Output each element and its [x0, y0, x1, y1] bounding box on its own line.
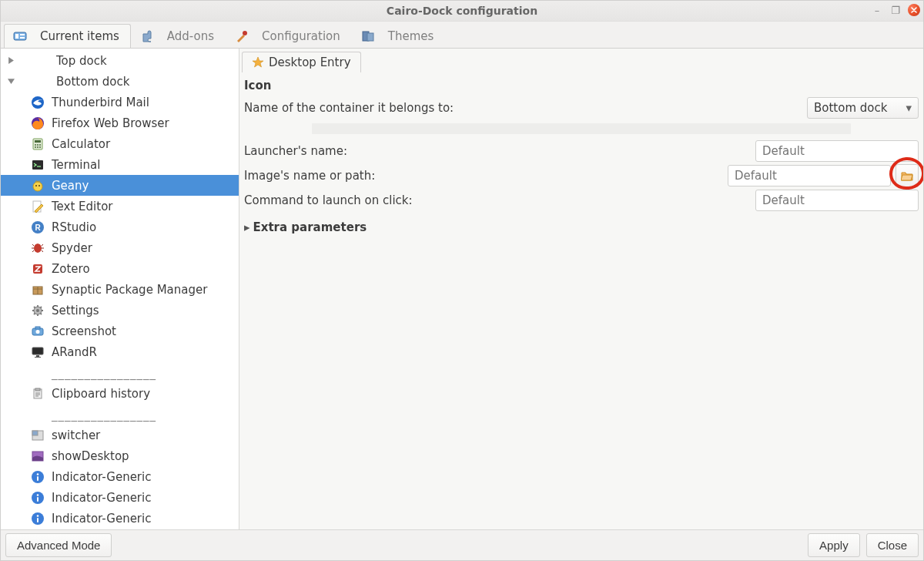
- tree-separator[interactable]: ________________: [1, 404, 239, 425]
- svg-rect-1: [15, 34, 18, 39]
- maximize-button[interactable]: ❐: [889, 4, 902, 16]
- info-icon: [30, 469, 45, 485]
- tree-item-settings[interactable]: Settings: [1, 300, 239, 321]
- tree-item-package[interactable]: Synaptic Package Manager: [1, 279, 239, 300]
- tree-top-dock[interactable]: Top dock: [1, 50, 239, 71]
- container-combo[interactable]: Bottom dock ▾: [807, 97, 919, 119]
- tree-item-label: Firefox Web Browser: [52, 116, 169, 130]
- tree-item-rstudio[interactable]: RRStudio: [1, 217, 239, 237]
- tab-themes[interactable]: Themes: [352, 24, 446, 48]
- plugin-icon: [139, 29, 155, 44]
- tree-item-showdesktop[interactable]: showDesktop: [1, 445, 239, 466]
- tree-item-zotero[interactable]: Zotero: [1, 258, 239, 279]
- tab-configuration[interactable]: Configuration: [226, 24, 352, 48]
- tree-item-label: Geany: [52, 179, 89, 193]
- svg-point-19: [35, 185, 37, 186]
- folder-open-icon: [901, 170, 913, 181]
- settings-icon: [30, 303, 45, 318]
- tree-item-clipboard[interactable]: Clipboard history: [1, 383, 239, 404]
- apply-button[interactable]: Apply: [808, 533, 860, 557]
- zotero-icon: [30, 261, 45, 277]
- svg-point-18: [33, 182, 42, 191]
- svg-rect-35: [35, 388, 40, 391]
- advanced-mode-button[interactable]: Advanced Mode: [5, 533, 112, 557]
- tree-item-label: Text Editor: [52, 200, 113, 213]
- switcher-icon: [30, 428, 45, 443]
- clipboard-icon: [30, 386, 45, 401]
- close-button[interactable]: Close: [866, 533, 919, 557]
- screenshot-icon: [30, 324, 45, 339]
- titlebar: Cairo-Dock configuration – ❐: [1, 1, 923, 22]
- tab-addons[interactable]: Add-ons: [131, 24, 226, 48]
- star-icon: [252, 56, 264, 69]
- svg-rect-47: [37, 518, 38, 522]
- tree-item-thunderbird[interactable]: Thunderbird Mail: [1, 92, 239, 113]
- window-title: Cairo-Dock configuration: [387, 5, 537, 17]
- sidebar-tree[interactable]: Top dock Bottom dock Thunderbird MailFir…: [1, 49, 239, 529]
- tab-current-items[interactable]: Current items: [4, 24, 131, 48]
- tree-item-label: Synaptic Package Manager: [52, 283, 207, 297]
- tree-item-editor[interactable]: Text Editor: [1, 196, 239, 217]
- svg-point-43: [37, 494, 39, 496]
- section-icon-label: Icon: [244, 79, 919, 92]
- command-input[interactable]: [755, 190, 919, 211]
- terminal-icon: [30, 157, 45, 173]
- browse-image-button[interactable]: [896, 164, 919, 187]
- tree-bottom-dock[interactable]: Bottom dock: [1, 71, 239, 92]
- tree-item-label: Indicator-Generic: [52, 470, 151, 484]
- svg-point-20: [38, 185, 40, 186]
- tree-item-monitor[interactable]: ARandR: [1, 341, 239, 362]
- showdesktop-icon: [30, 448, 45, 464]
- svg-rect-2: [20, 34, 25, 35]
- tree-item-switcher[interactable]: switcher: [1, 425, 239, 445]
- svg-point-13: [39, 144, 41, 146]
- tree-item-spyder[interactable]: Spyder: [1, 237, 239, 258]
- tree-item-label: switcher: [52, 428, 100, 442]
- svg-rect-17: [32, 160, 43, 170]
- tree-item-label: Terminal: [52, 158, 100, 172]
- minimize-button[interactable]: –: [871, 4, 883, 16]
- tab-label: Configuration: [262, 29, 340, 43]
- svg-point-11: [35, 144, 36, 146]
- tree-item-label: Clipboard history: [52, 387, 150, 401]
- tree-item-label: RStudio: [52, 220, 96, 234]
- tree-item-info[interactable]: Indicator-Generic: [1, 508, 239, 529]
- tree-item-calculator[interactable]: Calculator: [1, 133, 239, 154]
- tree-item-firefox[interactable]: Firefox Web Browser: [1, 113, 239, 133]
- tree-item-label: showDesktop: [52, 449, 129, 463]
- tree-item-info[interactable]: Indicator-Generic: [1, 487, 239, 508]
- tab-label: Add-ons: [167, 29, 214, 43]
- tree-item-label: Screenshot: [52, 324, 116, 338]
- svg-text:R: R: [35, 223, 41, 232]
- tree-item-screenshot[interactable]: Screenshot: [1, 321, 239, 341]
- svg-point-14: [35, 146, 36, 148]
- extra-parameters-label: Extra parameters: [253, 220, 367, 234]
- tree-item-geany[interactable]: Geany: [1, 175, 239, 196]
- close-window-button[interactable]: [908, 4, 920, 16]
- tree-label: Top dock: [56, 54, 107, 68]
- image-path-input[interactable]: [728, 165, 891, 186]
- extra-parameters-toggle[interactable]: ▸ Extra parameters: [244, 220, 919, 234]
- info-icon: [30, 511, 45, 526]
- svg-point-4: [243, 31, 247, 35]
- tree-item-terminal[interactable]: Terminal: [1, 154, 239, 175]
- svg-rect-6: [367, 33, 373, 41]
- tree-label: Bottom dock: [56, 75, 129, 89]
- svg-rect-10: [35, 140, 41, 143]
- tree-item-label: Indicator-Generic: [52, 491, 151, 505]
- subtab-desktop-entry[interactable]: Desktop Entry: [242, 52, 361, 72]
- svg-rect-30: [35, 327, 40, 329]
- svg-point-29: [36, 330, 40, 334]
- editor-icon: [30, 199, 45, 214]
- svg-rect-44: [37, 497, 38, 502]
- tree-separator[interactable]: ________________: [1, 362, 239, 383]
- tree-item-label: Zotero: [52, 262, 90, 276]
- svg-point-12: [37, 144, 38, 146]
- disclosure-right-icon: ▸: [244, 220, 250, 234]
- tab-label: Themes: [388, 29, 434, 43]
- subtab-label: Desktop Entry: [269, 55, 351, 69]
- tree-item-info[interactable]: Indicator-Generic: [1, 466, 239, 487]
- launcher-name-input[interactable]: [755, 140, 919, 162]
- firefox-icon: [30, 116, 45, 131]
- image-path-label: Image's name or path:: [244, 169, 728, 183]
